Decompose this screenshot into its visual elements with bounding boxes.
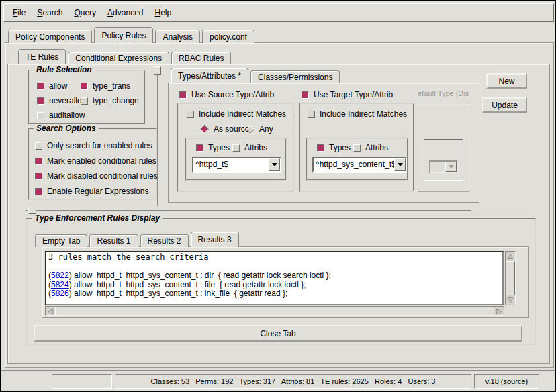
checkbox-label: allow (49, 81, 67, 91)
checkbox-indicator (35, 173, 42, 180)
menu-advanced-rest: dvanced (113, 8, 143, 17)
rule-line: (5824) allow httpd_t httpd_sys_content_t… (48, 281, 500, 290)
menu-help[interactable]: Help (154, 8, 171, 17)
rule-number-link[interactable]: 5824 (51, 280, 69, 289)
tab-label: Conditional Expressions (75, 54, 162, 63)
button-label: Update (492, 101, 518, 110)
app-window: File Search Query Advanced Help Policy C… (0, 0, 556, 392)
checkbox-label: Types (208, 143, 230, 152)
checkbox-use-target-type[interactable]: Use Target Type/Attrib (302, 90, 393, 99)
checkbox-only-enabled-rules[interactable]: Only search for enabled rules (35, 141, 152, 150)
sub-tab-bar: TE Rules Conditional Expressions RBAC Ru… (18, 49, 231, 64)
policy-version-text: v.18 (source) (485, 377, 528, 385)
rule-number-link[interactable]: 5822 (51, 271, 69, 280)
status-version-panel: v.18 (source) (474, 374, 539, 389)
tab-results-2[interactable]: Results 2 (140, 234, 189, 247)
checkbox-source-indirect[interactable]: Include Indirect Matches (187, 109, 286, 119)
horizontal-scroll-thumb[interactable] (55, 307, 494, 315)
tab-label: Results 1 (97, 236, 130, 246)
checkbox-label: auditallow (49, 111, 85, 120)
tab-policy-conf[interactable]: policy.conf (202, 30, 254, 43)
status-stats-panel: Classes: 53 Perms: 192 Types: 317 Attrib… (115, 374, 471, 389)
tab-te-rules[interactable]: TE Rules (18, 49, 66, 64)
checkbox-mark-disabled-conditional[interactable]: Mark disabled conditional rules (35, 171, 158, 181)
radio-indicator (200, 125, 209, 134)
checkbox-target-types[interactable]: Types (317, 143, 351, 152)
search-options-title: Search Options (34, 124, 99, 133)
radio-label: As source (214, 124, 249, 134)
checkbox-source-types[interactable]: Types (196, 143, 230, 152)
checkbox-indicator (187, 111, 194, 118)
checkbox-label: Only search for enabled rules (47, 141, 152, 150)
menu-file[interactable]: File (13, 8, 26, 17)
checkbox-label: Attribs (244, 143, 267, 152)
menu-query[interactable]: Query (74, 8, 96, 17)
scroll-up-arrow-icon[interactable]: △ (506, 252, 515, 261)
dropdown-arrow-icon[interactable] (269, 158, 280, 171)
tab-results-1[interactable]: Results 1 (89, 234, 138, 247)
menu-help-rest: elp (160, 8, 171, 17)
horizontal-sash (26, 210, 471, 211)
tab-classes-permissions[interactable]: Classes/Permissions (250, 70, 340, 83)
menu-bar: File Search Query Advanced Help (3, 3, 554, 22)
menu-help-hotkey: H (154, 8, 160, 17)
checkbox-label: Attribs (365, 143, 388, 152)
tab-policy-components[interactable]: Policy Components (8, 30, 92, 43)
update-button[interactable]: Update (482, 97, 527, 113)
tab-policy-rules[interactable]: Policy Rules (94, 27, 153, 43)
checkbox-enable-regex[interactable]: Enable Regular Expressions (35, 187, 148, 196)
checkbox-indicator (232, 144, 240, 152)
checkbox-source-attribs[interactable]: Attribs (232, 143, 267, 152)
tab-results-3[interactable]: Results 3 (191, 232, 239, 247)
menu-query-hotkey: Q (74, 8, 80, 17)
checkbox-target-indirect[interactable]: Include Indirect Matches (308, 109, 407, 119)
checkbox-allow[interactable]: allow (37, 81, 67, 91)
checkbox-mark-enabled-conditional[interactable]: Mark enabled conditional rules (35, 156, 156, 166)
scroll-right-arrow-icon[interactable]: ▷ (494, 307, 504, 315)
horizontal-sash-handle[interactable] (28, 207, 36, 214)
default-type-combobox (429, 160, 458, 173)
scroll-down-arrow-icon[interactable]: ▽ (506, 295, 515, 305)
radio-any[interactable]: Any (246, 124, 273, 134)
checkbox-indicator (35, 188, 42, 195)
scroll-left-arrow-icon[interactable]: ◁ (46, 307, 55, 315)
dropdown-arrow-icon[interactable] (394, 158, 406, 171)
checkbox-indicator (353, 144, 361, 152)
tab-types-attributes[interactable]: Types/Attributes * (171, 68, 248, 83)
results-horizontal-scrollbar[interactable]: ◁ ▷ (45, 306, 504, 316)
checkbox-target-attribs[interactable]: Attribs (353, 143, 388, 152)
checkbox-auditallow[interactable]: auditallow (37, 111, 85, 120)
checkbox-label: type_trans (93, 81, 130, 91)
rule-number-link[interactable]: 5826 (51, 289, 69, 298)
checkbox-type-change[interactable]: type_change (81, 96, 139, 105)
checkbox-indicator (35, 142, 42, 150)
source-type-combobox[interactable]: ^httpd_t$ (192, 157, 281, 173)
tab-empty-tab[interactable]: Empty Tab (35, 234, 87, 247)
checkbox-indicator (81, 97, 88, 105)
menu-search[interactable]: Search (37, 8, 62, 17)
vertical-scroll-thumb[interactable] (506, 261, 515, 295)
rule-text: ) allow httpd_t httpd_sys_content_t : fi… (69, 280, 306, 289)
checkbox-type-trans[interactable]: type_trans (81, 81, 130, 91)
tab-label: RBAC Rules (179, 54, 224, 63)
checkbox-use-source-type[interactable]: Use Source Type/Attrib (179, 90, 274, 99)
new-button[interactable]: New (486, 73, 527, 89)
tab-label: Classes/Permissions (258, 72, 332, 82)
dropdown-arrow-icon (445, 162, 457, 172)
rule-line: (5822) allow httpd_t httpd_sys_content_t… (48, 271, 500, 281)
tab-label: Policy Components (15, 32, 85, 42)
target-type-combobox[interactable]: ^httpd_sys_content_t$ (312, 157, 407, 173)
results-vertical-scrollbar[interactable]: △ ▽ (505, 251, 516, 305)
checkbox-indicator (317, 144, 324, 152)
menu-advanced[interactable]: Advanced (107, 8, 143, 17)
tab-conditional-expressions[interactable]: Conditional Expressions (68, 52, 169, 64)
tab-analysis[interactable]: Analysis (155, 30, 200, 43)
main-tab-bar: Policy Components Policy Rules Analysis … (8, 27, 254, 43)
checkbox-label: type_change (93, 96, 139, 105)
menu-advanced-hotkey: A (107, 8, 113, 17)
vertical-sash-handle[interactable] (154, 66, 161, 75)
radio-as-source[interactable]: As source (200, 124, 249, 134)
menu-file-rest: ile (17, 8, 26, 17)
close-tab-button[interactable]: Close Tab (34, 325, 522, 342)
tab-rbac-rules[interactable]: RBAC Rules (171, 52, 231, 64)
